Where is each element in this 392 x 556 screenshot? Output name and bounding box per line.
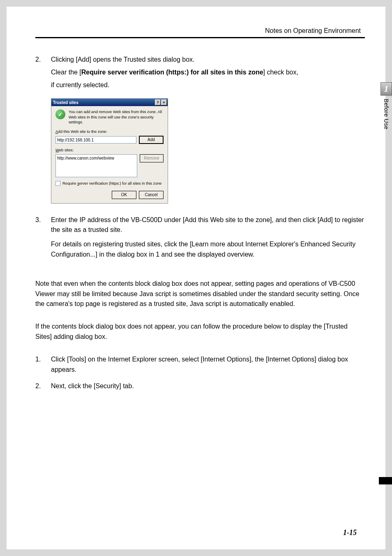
- step-3-sub: For details on registering trusted sites…: [51, 239, 365, 260]
- add-site-label: Add this Web site to the zone:: [55, 129, 164, 135]
- step-c-2: 2. Next, click the [Security] tab.: [35, 381, 365, 394]
- chapter-number: 1: [380, 82, 392, 95]
- step-number: 2.: [35, 381, 51, 394]
- remove-button[interactable]: Remove: [140, 154, 164, 162]
- step-2: 2. Clicking [Add] opens the Trusted site…: [35, 55, 365, 93]
- edge-marker: [379, 477, 392, 484]
- step-3: 3. Enter the IP address of the VB-C500D …: [35, 215, 365, 262]
- trusted-sites-dialog: Trusted sites ? × ✓ You can add and remo…: [51, 98, 168, 203]
- note-paragraph-1: Note that even when the contents block d…: [35, 279, 365, 309]
- step-3-line: Enter the IP address of the VB-C500D und…: [51, 215, 365, 236]
- chapter-label: Before Use: [383, 99, 390, 130]
- require-https-label: Require server verification (https:) for…: [62, 181, 161, 187]
- step-2-line: Clicking [Add] opens the Trusted sites d…: [51, 55, 365, 65]
- require-https-checkbox[interactable]: [55, 181, 60, 186]
- ok-button[interactable]: OK: [112, 191, 136, 199]
- header-rule: [35, 37, 365, 38]
- step-number: 2.: [35, 55, 51, 93]
- step-c-1-line: Click [Tools] on the Internet Explorer s…: [51, 354, 365, 375]
- step-number: 1.: [35, 354, 51, 378]
- step-number: 3.: [35, 215, 51, 262]
- page-number: 1-15: [343, 528, 357, 537]
- dialog-titlebar: Trusted sites ? ×: [51, 99, 168, 106]
- step-2-sub-1: Clear the [Require server verification (…: [51, 67, 365, 78]
- content: 2. Clicking [Add] opens the Trusted site…: [35, 55, 365, 394]
- note-paragraph-2: If the contents block dialog box does no…: [35, 322, 365, 342]
- dialog-title: Trusted sites: [53, 100, 154, 106]
- chapter-tab: 1 Before Use: [380, 82, 392, 130]
- close-icon[interactable]: ×: [161, 100, 167, 105]
- page-header: Notes on Operating Environment: [35, 27, 365, 37]
- checkmark-icon: ✓: [55, 109, 65, 119]
- dialog-intro: You can add and remove Web sites from th…: [69, 109, 164, 125]
- step-c-1: 1. Click [Tools] on the Internet Explore…: [35, 354, 365, 378]
- help-icon[interactable]: ?: [155, 100, 161, 105]
- websites-label: Web sites:: [55, 147, 164, 153]
- add-button[interactable]: Add: [139, 136, 164, 144]
- list-item[interactable]: http://www.canon.com/webview: [57, 155, 136, 162]
- add-site-input[interactable]: [55, 136, 136, 144]
- step-2-sub-2: if currently selected.: [51, 80, 365, 90]
- websites-list[interactable]: http://www.canon.com/webview: [55, 154, 137, 177]
- cancel-button[interactable]: Cancel: [139, 191, 164, 199]
- step-c-2-line: Next, click the [Security] tab.: [51, 381, 365, 392]
